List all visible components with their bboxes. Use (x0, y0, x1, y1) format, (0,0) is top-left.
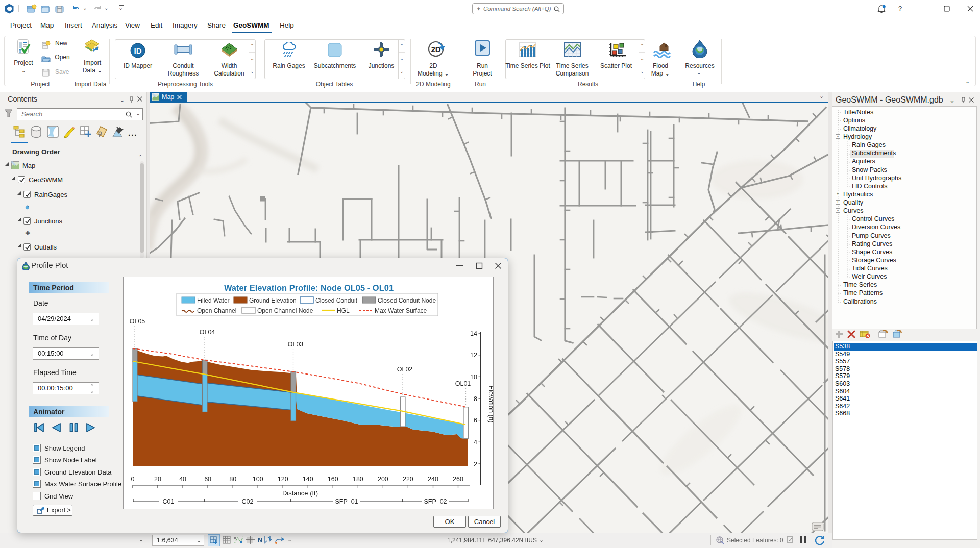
svg-text:20: 20 (154, 476, 161, 483)
svg-text:OL02: OL02 (397, 366, 413, 373)
svg-text:12: 12 (470, 352, 477, 359)
svg-text:220: 220 (403, 476, 413, 483)
svg-text:2D: 2D (431, 45, 440, 54)
svg-text:120: 120 (278, 476, 288, 483)
svg-text:100: 100 (253, 476, 263, 483)
svg-text:OL01: OL01 (455, 380, 471, 387)
svg-text:240: 240 (428, 476, 438, 483)
svg-text:0: 0 (131, 476, 135, 483)
svg-text:10: 10 (470, 373, 477, 381)
svg-text:C02: C02 (242, 498, 254, 505)
svg-text:Ground Elevation: Ground Elevation (249, 297, 297, 304)
svg-text:200: 200 (378, 476, 388, 483)
svg-text:260: 260 (453, 476, 463, 483)
svg-text:Filled Water: Filled Water (197, 297, 230, 304)
svg-text:OL03: OL03 (288, 341, 304, 348)
svg-text:Open Channel Node: Open Channel Node (257, 307, 313, 314)
svg-text:60: 60 (204, 476, 211, 483)
svg-text:4: 4 (474, 439, 477, 446)
svg-text:Max Water Surface: Max Water Surface (375, 307, 427, 314)
svg-text:ID: ID (134, 46, 142, 55)
svg-text:SFP_02: SFP_02 (424, 498, 447, 505)
svg-text:180: 180 (353, 476, 363, 483)
svg-text:OL05: OL05 (130, 318, 145, 325)
svg-text:6: 6 (474, 417, 477, 424)
svg-text:Water Elevation Profile: Node: Water Elevation Profile: Node OL05 - OL0… (224, 283, 394, 292)
svg-text:Closed Conduit: Closed Conduit (315, 297, 358, 304)
svg-text:Distance (ft): Distance (ft) (282, 489, 318, 497)
svg-text:8: 8 (474, 395, 477, 403)
svg-text:Closed Conduit Node: Closed Conduit Node (378, 297, 436, 304)
svg-text:Open Channel: Open Channel (197, 307, 236, 314)
svg-text:2: 2 (474, 461, 477, 468)
svg-text:40: 40 (179, 476, 186, 483)
svg-text:80: 80 (229, 476, 236, 483)
svg-text:HGL: HGL (337, 307, 350, 314)
svg-text:160: 160 (328, 476, 338, 483)
svg-text:140: 140 (303, 476, 313, 483)
svg-text:OL04: OL04 (200, 329, 215, 336)
svg-text:Elevation (ft): Elevation (ft) (487, 386, 493, 423)
svg-text:SFP_01: SFP_01 (335, 498, 358, 505)
svg-text:14: 14 (470, 330, 477, 337)
svg-text:C01: C01 (163, 498, 175, 505)
